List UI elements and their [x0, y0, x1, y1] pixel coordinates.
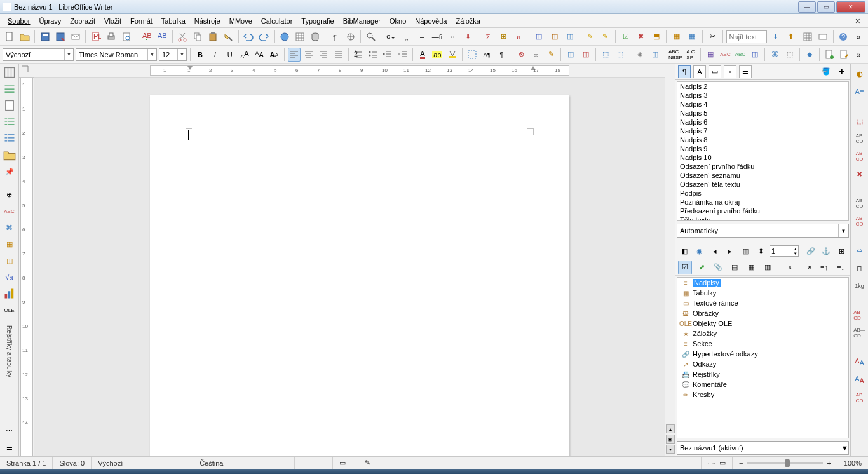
page[interactable]: [150, 95, 569, 456]
status-language[interactable]: Čeština: [193, 457, 295, 469]
ext25-button[interactable]: ▦: [704, 48, 717, 62]
ls-lines-icon[interactable]: [3, 83, 16, 95]
document-close-button[interactable]: ×: [851, 16, 864, 26]
style-item[interactable]: Nadpis 4: [677, 100, 848, 109]
view-single-icon[interactable]: ▫: [708, 459, 710, 467]
view-multi-icon[interactable]: ▫▫: [712, 459, 717, 467]
styles-new-button[interactable]: ✚: [835, 65, 848, 78]
nav-dragmode-button[interactable]: ⬍: [754, 245, 767, 257]
find-input[interactable]: [726, 30, 767, 43]
find-next-button[interactable]: ⬇: [769, 30, 782, 44]
nav-header-button[interactable]: ▤: [728, 261, 742, 274]
menu-nastroje[interactable]: Nástroje: [191, 16, 224, 26]
email-button[interactable]: [69, 30, 82, 44]
ext26-button[interactable]: ABC: [719, 48, 731, 62]
format-toolbar-overflow[interactable]: »: [852, 48, 865, 62]
ext9-button[interactable]: ☑: [619, 30, 632, 44]
ls-settings-icon[interactable]: ☰: [3, 441, 16, 454]
subscript-button[interactable]: AA: [253, 48, 266, 62]
os-taskbar[interactable]: [0, 469, 868, 474]
ext23-button[interactable]: ◈: [634, 48, 646, 62]
nonprinting-button[interactable]: ¶: [329, 30, 342, 44]
status-style[interactable]: Výchozí: [92, 457, 193, 469]
vertical-ruler[interactable]: 11234567891011121314: [20, 78, 33, 456]
nbsp-button[interactable]: ABCNBSP: [668, 48, 682, 62]
style-item[interactable]: Nadpis 8: [677, 135, 848, 144]
ls-list2-icon[interactable]: [3, 132, 16, 145]
menu-tabulka[interactable]: Tabulka: [158, 16, 189, 26]
undo-button[interactable]: [242, 30, 255, 44]
open-button[interactable]: [18, 30, 31, 44]
style-item[interactable]: Tělo textu: [677, 215, 848, 221]
ext19-button[interactable]: ◫: [564, 48, 577, 62]
nav-node[interactable]: OLEObjekty OLE: [677, 318, 848, 328]
align-right-button[interactable]: [317, 48, 330, 62]
indent-increase-button[interactable]: [397, 48, 409, 62]
nav-node[interactable]: 📇Rejstříky: [677, 369, 848, 379]
ext29-button[interactable]: ⌘: [768, 48, 781, 62]
nav-clip-button[interactable]: 📎: [711, 261, 725, 274]
ls-page-icon[interactable]: [3, 99, 16, 112]
style-filter-combo[interactable]: Automaticky▼: [677, 224, 849, 238]
fs-btn13[interactable]: AB—CD: [853, 327, 866, 339]
style-item[interactable]: Odsazení těla textu: [677, 180, 848, 189]
align-justify-button[interactable]: [332, 48, 345, 62]
nav-node[interactable]: 🔗Hypertextové odkazy: [677, 349, 848, 359]
ls-pin-icon[interactable]: 📌: [3, 165, 16, 178]
menu-upravy[interactable]: Úpravy: [35, 16, 65, 26]
nav-footer-button[interactable]: ▦: [744, 261, 758, 274]
ext20-button[interactable]: ◫: [580, 48, 592, 62]
autospell-button[interactable]: ABC: [156, 30, 169, 44]
styles-fill-button[interactable]: 🪣: [820, 65, 832, 78]
nav-reminder-button[interactable]: ⊞: [835, 245, 848, 257]
background-color-button[interactable]: [445, 48, 458, 62]
align-center-button[interactable]: [302, 48, 315, 62]
save-button[interactable]: [38, 30, 51, 44]
status-insert[interactable]: [295, 457, 333, 469]
find-replace-button[interactable]: [364, 30, 377, 44]
nav-node[interactable]: ▦Tabulky: [677, 288, 848, 298]
nav-link-button[interactable]: 🔗: [804, 245, 817, 257]
status-selection[interactable]: ▭: [333, 457, 358, 469]
ls-cmd-icon[interactable]: ⌘: [3, 221, 16, 234]
maximize-button[interactable]: ▭: [817, 1, 835, 13]
ext14-button[interactable]: ✂: [706, 30, 719, 44]
ext18-button[interactable]: ✎: [545, 48, 557, 62]
nav-node[interactable]: ✏Kresby: [677, 389, 848, 400]
ls-ole-icon[interactable]: OLE: [3, 304, 16, 316]
ext8-button[interactable]: ✎: [599, 30, 612, 44]
ls-grid-icon[interactable]: [3, 66, 16, 79]
nav-promote-button[interactable]: ⇤: [784, 261, 798, 274]
nav-root-button[interactable]: ⬈: [695, 261, 709, 274]
menu-typografie[interactable]: Typografie: [297, 16, 337, 26]
fs-btn16[interactable]: ABCD: [853, 391, 866, 404]
ls-tool1-icon[interactable]: ⊕: [3, 188, 16, 201]
menu-vlozit[interactable]: Vložit: [100, 16, 125, 26]
menu-zalozka[interactable]: Záložka: [452, 16, 484, 26]
ext10-button[interactable]: ✖: [634, 30, 648, 44]
fontsize-toggle-button[interactable]: AA: [268, 48, 280, 62]
nav-anchor2-button[interactable]: ▥: [761, 261, 775, 274]
table-button[interactable]: [293, 30, 306, 44]
nav-navigation-button[interactable]: ◉: [693, 245, 706, 257]
style-item[interactable]: Odsazení prvního řádku: [677, 162, 848, 171]
styles-frame-tab[interactable]: ▭: [709, 65, 721, 78]
typo3-button[interactable]: —fi: [431, 30, 444, 44]
ext16-button[interactable]: ⊗: [515, 48, 527, 62]
status-page[interactable]: Stránka 1 / 1: [0, 457, 53, 469]
nav-node[interactable]: ↗Odkazy: [677, 359, 848, 369]
font-name-combo[interactable]: ▼: [76, 48, 157, 61]
hyperlink-button[interactable]: [278, 30, 291, 44]
close-button[interactable]: ✕: [836, 1, 865, 13]
ls-ext1-icon[interactable]: ◫: [3, 254, 16, 267]
ls-chart-icon[interactable]: [3, 287, 16, 300]
style-item[interactable]: Nadpis 3: [677, 91, 848, 100]
ls-list1-icon[interactable]: [3, 116, 16, 128]
scroll-down-icon[interactable]: ▾: [666, 445, 675, 454]
view-book-icon[interactable]: ▭: [719, 459, 726, 467]
nav-moveup-button[interactable]: ≡↑: [817, 261, 831, 274]
menu-calculator[interactable]: Calculator: [257, 16, 297, 26]
saveas-button[interactable]: [53, 30, 67, 44]
menu-format[interactable]: Formát: [126, 16, 156, 26]
ext30-button[interactable]: ⬚: [783, 48, 796, 62]
